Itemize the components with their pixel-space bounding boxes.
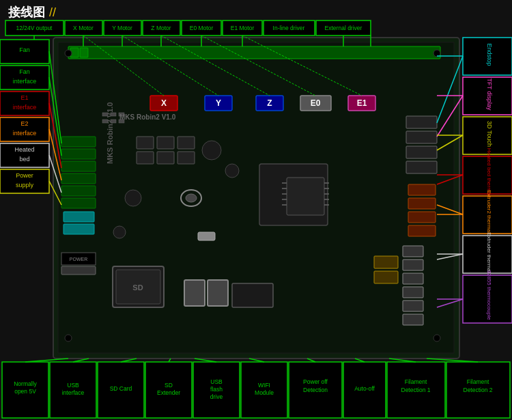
svg-line-122 (49, 129, 61, 180)
wiring-diagram: 接线图 // 12/24V output X Motor Y Motor Z M… (0, 0, 512, 420)
svg-text:Heated: Heated (14, 146, 34, 153)
svg-rect-60 (184, 280, 205, 306)
svg-rect-188 (111, 113, 116, 116)
svg-text:Detection 2: Detection 2 (464, 387, 493, 393)
svg-rect-146 (2, 362, 48, 418)
svg-rect-107 (0, 92, 49, 115)
svg-line-123 (49, 155, 61, 193)
svg-point-195 (65, 335, 72, 341)
svg-rect-169 (387, 362, 445, 418)
svg-rect-24 (150, 96, 177, 111)
svg-rect-88 (137, 152, 154, 164)
svg-rect-164 (289, 362, 342, 418)
svg-line-101 (242, 36, 362, 96)
svg-rect-41 (63, 224, 94, 234)
svg-text:open 5V: open 5V (14, 388, 36, 395)
svg-line-119 (49, 51, 61, 143)
svg-rect-44 (61, 266, 96, 275)
svg-rect-7 (104, 20, 141, 36)
svg-text://: // (49, 5, 56, 19)
svg-rect-161 (241, 362, 287, 418)
svg-text:WIFI: WIFI (258, 382, 270, 389)
svg-text:X: X (161, 98, 167, 108)
svg-rect-66 (406, 161, 437, 173)
svg-rect-28 (256, 96, 283, 111)
svg-text:USB: USB (67, 382, 79, 389)
svg-rect-172 (446, 362, 510, 418)
svg-line-97 (83, 36, 164, 96)
svg-line-98 (122, 36, 218, 96)
svg-line-142 (437, 175, 463, 184)
svg-point-186 (186, 194, 197, 202)
svg-rect-85 (137, 137, 154, 149)
svg-line-176 (73, 359, 89, 362)
svg-rect-135 (463, 236, 512, 273)
svg-rect-149 (50, 362, 96, 418)
svg-line-124 (49, 181, 61, 205)
svg-text:interface: interface (62, 389, 85, 396)
svg-text:Module: Module (255, 389, 274, 396)
svg-text:3D Touch: 3D Touch (486, 121, 493, 147)
svg-point-80 (202, 141, 221, 160)
svg-rect-39 (61, 198, 96, 208)
svg-line-175 (25, 359, 68, 362)
svg-text:Filament: Filament (405, 378, 427, 385)
svg-rect-20 (58, 42, 454, 353)
svg-rect-15 (264, 20, 315, 36)
svg-rect-78 (374, 271, 398, 283)
svg-text:Z: Z (267, 98, 272, 108)
svg-line-181 (307, 359, 315, 362)
svg-rect-70 (408, 225, 436, 236)
svg-text:flash: flash (210, 386, 223, 393)
svg-text:Y: Y (216, 98, 221, 108)
svg-rect-32 (348, 96, 375, 111)
svg-rect-157 (193, 362, 240, 418)
svg-rect-13 (223, 20, 262, 36)
svg-point-194 (433, 50, 440, 57)
svg-point-82 (125, 190, 141, 206)
svg-point-185 (181, 190, 201, 206)
svg-line-145 (437, 299, 463, 307)
svg-rect-38 (61, 186, 96, 196)
svg-rect-116 (0, 169, 49, 193)
svg-text:POWER: POWER (70, 257, 87, 262)
svg-line-144 (437, 254, 463, 260)
svg-rect-89 (157, 152, 174, 164)
svg-rect-129 (463, 117, 512, 154)
svg-line-121 (49, 103, 61, 168)
svg-text:X Motor: X Motor (73, 25, 94, 31)
svg-rect-68 (408, 198, 436, 209)
svg-line-177 (121, 359, 137, 362)
svg-rect-74 (403, 287, 423, 298)
svg-line-140 (437, 96, 463, 137)
svg-rect-154 (145, 362, 192, 418)
svg-rect-45 (259, 164, 328, 225)
svg-rect-23 (80, 48, 88, 57)
svg-rect-87 (177, 137, 195, 149)
svg-line-183 (389, 359, 416, 362)
svg-point-193 (65, 50, 72, 57)
svg-text:E1: E1 (20, 94, 28, 101)
svg-rect-73 (403, 273, 423, 284)
svg-rect-110 (0, 117, 49, 141)
svg-text:MKS Robin2 V1.0: MKS Robin2 V1.0 (106, 102, 114, 164)
svg-line-179 (195, 359, 216, 362)
svg-text:Heated bed thermal: Heated bed thermal (486, 148, 492, 196)
svg-text:interface: interface (13, 78, 37, 85)
svg-text:Auto-off: Auto-off (354, 385, 375, 392)
svg-rect-37 (61, 173, 96, 184)
svg-line-184 (427, 359, 478, 362)
svg-rect-189 (119, 113, 124, 116)
svg-rect-152 (98, 362, 144, 418)
svg-text:interface: interface (13, 130, 37, 137)
svg-rect-42 (61, 253, 96, 265)
svg-rect-125 (463, 38, 512, 75)
svg-line-141 (437, 135, 463, 150)
svg-rect-61 (208, 280, 228, 306)
svg-text:Z Motor: Z Motor (151, 25, 171, 31)
svg-text:Fan: Fan (19, 68, 30, 75)
svg-text:32855 thermocouple: 32855 thermocouple (486, 270, 492, 320)
svg-text:TFT display: TFT display (486, 79, 493, 111)
svg-rect-5 (65, 20, 102, 36)
svg-text:Power: Power (16, 172, 33, 179)
